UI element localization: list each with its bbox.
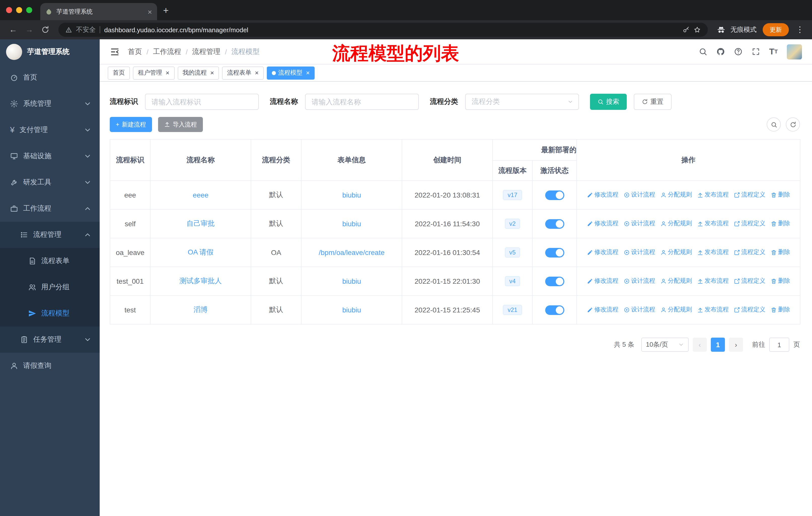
sidebar-item-4[interactable]: 研发工具 [0,169,100,195]
user-avatar[interactable] [787,44,802,59]
op-design-link[interactable]: 设计流程 [624,191,655,199]
active-toggle[interactable] [545,248,564,257]
prev-page-button[interactable]: ‹ [693,337,707,352]
update-button[interactable]: 更新 [763,23,789,36]
forward-icon[interactable]: → [22,26,36,34]
sidebar-item-8[interactable]: 用户分组 [0,274,100,300]
op-design-link[interactable]: 设计流程 [624,306,655,314]
op-assign-link[interactable]: 分配规则 [660,277,692,286]
form-link[interactable]: /bpm/oa/leave/create [319,248,385,256]
search-icon[interactable] [699,47,707,56]
next-page-button[interactable]: › [729,337,743,352]
back-icon[interactable]: ← [6,26,20,34]
toggle-search-button[interactable] [767,117,781,132]
page-size-select[interactable]: 10条/页 [641,337,689,352]
op-design-link[interactable]: 设计流程 [624,277,655,286]
active-toggle[interactable] [545,190,564,200]
model-name-link[interactable]: eeee [193,191,208,199]
browser-tab[interactable]: 芋道管理系统 × [40,3,157,20]
op-edit-link[interactable]: 修改流程 [587,191,618,199]
sidebar-item-10[interactable]: 任务管理 [0,327,100,353]
op-publish-link[interactable]: 发布流程 [697,248,729,257]
op-publish-link[interactable]: 发布流程 [697,191,729,199]
question-icon[interactable] [734,47,743,56]
model-name-link[interactable]: 自己审批 [186,219,215,227]
model-id-input[interactable] [145,94,259,110]
active-toggle[interactable] [545,305,564,315]
form-link[interactable]: biubiu [342,306,361,314]
breadcrumb-item[interactable]: 流程管理 [192,47,221,56]
url-bar[interactable]: 不安全 dashboard.yudao.iocoder.cn/bpm/manag… [58,23,708,37]
form-link[interactable]: biubiu [342,277,361,285]
op-definition-link[interactable]: 流程定义 [734,191,765,199]
close-icon[interactable]: × [255,70,259,76]
op-design-link[interactable]: 设计流程 [624,248,655,257]
create-model-button[interactable]: + 新建流程 [110,117,152,132]
op-design-link[interactable]: 设计流程 [624,219,655,228]
close-icon[interactable]: × [210,70,214,76]
kebab-icon[interactable]: ⋮ [796,26,804,34]
fullscreen-icon[interactable] [752,47,760,56]
op-delete-link[interactable]: 删除 [771,277,790,286]
page-number-button[interactable]: 1 [711,337,725,352]
sidebar-item-9[interactable]: 流程模型 [0,300,100,327]
model-name-link[interactable]: OA 请假 [188,248,214,256]
app-logo[interactable]: 芋道管理系统 [0,39,100,64]
model-name-link[interactable]: 滔博 [194,305,208,314]
page-tag-4[interactable]: 流程模型× [267,66,315,79]
page-tag-2[interactable]: 我的流程× [177,66,219,79]
import-model-button[interactable]: 导入流程 [158,117,203,132]
font-size-icon[interactable]: TT [769,47,778,56]
op-assign-link[interactable]: 分配规则 [660,191,692,199]
search-button[interactable]: 搜索 [590,94,627,110]
op-publish-link[interactable]: 发布流程 [697,277,729,286]
op-delete-link[interactable]: 删除 [771,248,790,257]
model-name-link[interactable]: 测试多审批人 [179,277,222,285]
active-toggle[interactable] [545,219,564,228]
zoom-window-button[interactable] [26,7,32,13]
category-select[interactable]: 流程分类 [465,94,579,110]
breadcrumb-item[interactable]: 首页 [128,47,142,56]
close-icon[interactable]: × [306,70,310,76]
minimize-window-button[interactable] [16,7,22,13]
op-delete-link[interactable]: 删除 [771,191,790,199]
op-definition-link[interactable]: 流程定义 [734,306,765,314]
sidebar-item-3[interactable]: 基础设施 [0,143,100,169]
sidebar-item-5[interactable]: 工作流程 [0,195,100,222]
sidebar-item-7[interactable]: 流程表单 [0,248,100,274]
form-link[interactable]: biubiu [342,191,361,199]
model-name-input[interactable] [305,94,419,110]
sidebar-item-6[interactable]: 流程管理 [0,222,100,248]
op-edit-link[interactable]: 修改流程 [587,277,618,286]
breadcrumb-item[interactable]: 流程模型 [231,47,260,56]
close-icon[interactable]: × [166,70,169,76]
github-icon[interactable] [716,47,725,56]
page-tag-3[interactable]: 流程表单× [222,66,264,79]
goto-page-input[interactable] [769,337,789,352]
sidebar-item-2[interactable]: ¥支付管理 [0,117,100,143]
op-assign-link[interactable]: 分配规则 [660,248,692,257]
op-definition-link[interactable]: 流程定义 [734,219,765,228]
close-window-button[interactable] [6,7,12,13]
star-icon[interactable] [694,26,701,33]
key-icon[interactable] [683,26,690,33]
sidebar-item-0[interactable]: 首页 [0,64,100,91]
op-publish-link[interactable]: 发布流程 [697,219,729,228]
op-publish-link[interactable]: 发布流程 [697,306,729,314]
active-toggle[interactable] [545,276,564,286]
op-edit-link[interactable]: 修改流程 [587,219,618,228]
plus-icon[interactable]: + [163,5,169,15]
op-assign-link[interactable]: 分配规则 [660,306,692,314]
close-icon[interactable]: × [147,8,152,16]
fold-icon[interactable] [110,47,120,57]
op-definition-link[interactable]: 流程定义 [734,277,765,286]
form-link[interactable]: biubiu [342,220,361,228]
breadcrumb-item[interactable]: 工作流程 [153,47,181,56]
op-assign-link[interactable]: 分配规则 [660,219,692,228]
op-edit-link[interactable]: 修改流程 [587,248,618,257]
reload-icon[interactable] [38,26,52,34]
sidebar-item-11[interactable]: 请假查询 [0,353,100,379]
page-tag-0[interactable]: 首页 [108,66,130,79]
refresh-table-button[interactable] [786,117,800,132]
page-tag-1[interactable]: 租户管理× [133,66,174,79]
